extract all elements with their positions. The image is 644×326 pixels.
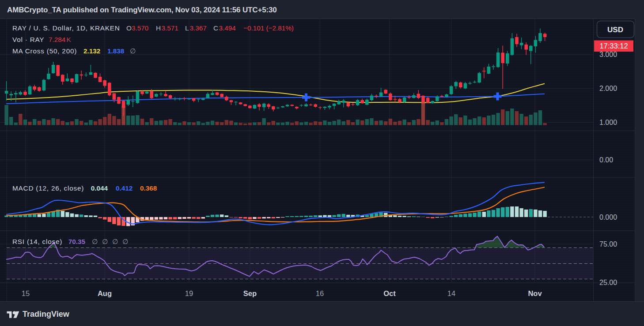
svg-text:L: L [185,24,189,32]
svg-text:∅: ∅ [130,47,136,55]
svg-text:1.838: 1.838 [107,47,125,55]
svg-text:AMBCrypto_TA published on Trad: AMBCrypto_TA published on TradingView.co… [7,6,277,14]
svg-text:∅: ∅ [102,238,108,245]
svg-text:0.000: 0.000 [599,214,617,221]
svg-text:17:33:12: 17:33:12 [599,42,628,50]
svg-text:25.00: 25.00 [599,279,617,286]
svg-text:0.044: 0.044 [91,184,108,192]
svg-text:Aug: Aug [98,289,112,297]
svg-text:0.00: 0.00 [599,156,613,164]
svg-text:C: C [213,24,218,32]
svg-text:−0.101 (−2.81%): −0.101 (−2.81%) [243,24,294,32]
svg-text:7.284: 7.284 [49,36,66,43]
svg-text:USD: USD [607,26,623,34]
svg-text:RAY / U. S. Dollar, 1D, KRAKEN: RAY / U. S. Dollar, 1D, KRAKEN [12,24,120,32]
svg-text:16: 16 [316,289,324,297]
svg-text:3.000: 3.000 [599,51,617,58]
svg-text:∅: ∅ [112,238,118,245]
svg-text:14: 14 [447,289,455,297]
svg-text:∅: ∅ [122,238,129,245]
svg-text:Sep: Sep [243,289,257,297]
svg-text:TradingView: TradingView [23,310,70,319]
svg-text:K: K [67,36,72,43]
svg-text:Vol · RAY: Vol · RAY [12,36,44,43]
svg-text:Nov: Nov [528,289,542,297]
svg-text:MACD (12, 26, close): MACD (12, 26, close) [12,184,84,192]
svg-text:H: H [156,24,161,32]
svg-text:15: 15 [22,289,30,297]
svg-text:1.000: 1.000 [599,119,617,126]
svg-text:0.368: 0.368 [140,184,157,192]
svg-text:Oct: Oct [383,289,396,297]
svg-text:70.35: 70.35 [68,238,86,245]
svg-text:O: O [126,24,132,32]
svg-text:∅: ∅ [92,238,98,245]
svg-text:2.000: 2.000 [599,85,617,92]
svg-text:75.00: 75.00 [599,240,617,248]
svg-text:2.132: 2.132 [83,47,100,55]
svg-text:19: 19 [185,289,193,297]
svg-text:MA Cross (50, 200): MA Cross (50, 200) [12,47,77,55]
svg-text:0.412: 0.412 [116,184,133,192]
svg-text:3.571: 3.571 [162,24,178,32]
svg-text:RSI (14, close): RSI (14, close) [12,238,62,245]
svg-text:3.570: 3.570 [132,24,148,32]
svg-text:3.494: 3.494 [219,24,236,32]
svg-text:3.367: 3.367 [190,24,207,32]
